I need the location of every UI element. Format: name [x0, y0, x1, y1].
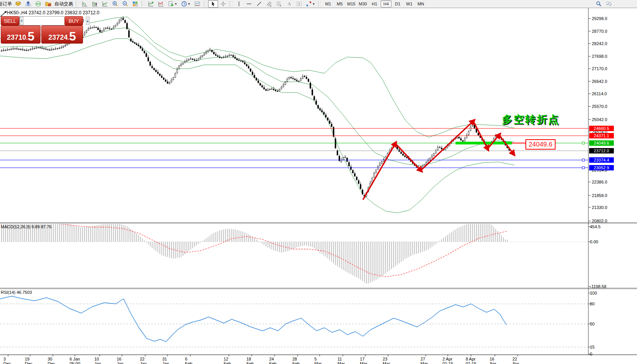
- time-axis-label: 31 Jan 01:15: [162, 357, 173, 364]
- one-click-trading-panel: SELL ▼ ▲ BUY 23710.5 23724.5: [1, 16, 83, 42]
- rsi-axis-label: 50: [590, 322, 595, 326]
- macd-axis-label: -1198.58: [590, 284, 607, 289]
- price-tick-label: 25042.0: [592, 117, 607, 122]
- time-axis-label: 22 Apr 01:15: [512, 357, 523, 364]
- buy-price-panel[interactable]: 23724.5: [41, 25, 83, 44]
- chart-title: HK50-,H4 23742.0 23799.0 23632.0 23712.0: [7, 10, 100, 15]
- volume-down-button[interactable]: ▼: [20, 17, 24, 25]
- time-axis-label: 3 Dec 2019: [3, 357, 13, 364]
- price-tick-label: 26114.0: [592, 91, 607, 96]
- time-axis-label: 18 Feb 01:15: [246, 357, 257, 364]
- time-axis-label: 19 Dec 05:00: [25, 357, 36, 364]
- chart-canvas[interactable]: [0, 0, 637, 364]
- time-axis-label: 12 Feb 01:15: [224, 357, 234, 364]
- time-axis-label: 23 Mar 01:15: [383, 357, 393, 364]
- price-badge: 24049.6: [589, 140, 614, 146]
- time-axis-label: 17 Mar 01:15: [360, 357, 371, 364]
- price-badge: 23712.0: [589, 148, 614, 153]
- time-axis-label: 8 Apr 01:15: [466, 357, 476, 364]
- volume-up-button[interactable]: ▲: [86, 17, 90, 25]
- buy-price-main: 23724: [48, 32, 68, 42]
- price-badge: 24660.5: [589, 126, 614, 131]
- time-axis-label: 6 Feb 01:15: [185, 357, 196, 364]
- sell-price-main: 23710: [7, 32, 26, 42]
- time-axis-label: 11 Mar 01:15: [337, 357, 348, 364]
- macd-axis-label: 0.00: [590, 239, 598, 244]
- rsi-axis-label: 15: [590, 345, 595, 349]
- turning-point-annotation: 多空转折点: [502, 113, 560, 126]
- price-tick-label: 21858.0: [592, 193, 607, 198]
- price-tick-label: 29298.0: [592, 16, 607, 21]
- sell-button[interactable]: SELL: [1, 16, 19, 25]
- price-tick-label: 28242.0: [592, 41, 607, 46]
- buy-button[interactable]: BUY: [64, 16, 83, 25]
- rsi-axis-label: 100: [590, 291, 597, 295]
- rsi-axis-label: 0: [590, 352, 592, 356]
- price-tick-label: 20802.0: [592, 219, 607, 223]
- macd-indicator-label: MACD(12,26,9) 9.89 87.76: [1, 224, 51, 229]
- price-badge: 23374.4: [589, 157, 614, 163]
- rsi-axis-label: 80: [590, 302, 595, 306]
- time-axis-label: 27 Mar 01:15: [420, 357, 431, 364]
- sell-price-panel[interactable]: 23710.5: [1, 25, 41, 44]
- time-axis-label: 5 Mar 01:15: [314, 357, 325, 364]
- buy-price-big: 5: [69, 30, 76, 42]
- price-tick-label: 27698.0: [592, 54, 607, 59]
- rsi-indicator-label: RSI(14) 46.7503: [1, 290, 32, 295]
- volume-stepper: ▼ ▲: [19, 16, 64, 25]
- macd-axis-label: 454.5: [590, 224, 601, 229]
- time-axis-label: 22 Jan 05:00: [140, 357, 151, 364]
- time-axis-label: 16 Apr 01:15: [490, 357, 500, 364]
- time-axis-label: 28 Feb 01:15: [292, 357, 303, 364]
- time-axis-label: 10 Jan 05:00: [94, 357, 105, 364]
- time-axis-label: 24 Feb 01:15: [269, 357, 280, 364]
- price-tick-label: 25570.0: [592, 104, 607, 109]
- price-tick-label: 22386.0: [592, 180, 607, 184]
- price-badge: 24371.1: [589, 133, 614, 138]
- time-axis-label: 6 Jan 05:00: [69, 357, 80, 364]
- price-tick-label: 27170.0: [592, 66, 607, 71]
- price-tick-label: 26642.0: [592, 79, 607, 84]
- price-tick-label: 28770.0: [592, 29, 607, 34]
- price-badge: 23052.9: [589, 165, 614, 170]
- sell-price-big: 5: [28, 30, 35, 42]
- time-axis-label: 30 Dec 01:15: [47, 357, 58, 364]
- time-axis-label: 2 Apr 01:15: [442, 357, 453, 364]
- time-axis-label: 16 Jan 05:00: [117, 357, 127, 364]
- price-tick-label: 21330.0: [592, 205, 607, 210]
- price-callout-box[interactable]: 24049.6: [525, 139, 556, 150]
